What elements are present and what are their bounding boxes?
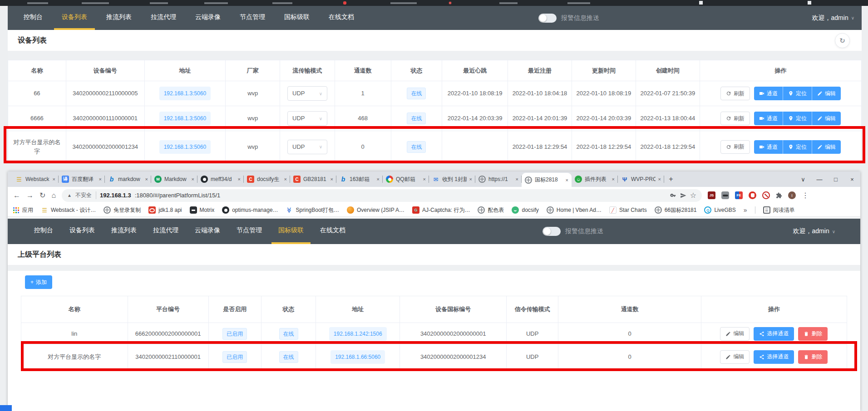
bookmark-item[interactable]: optimus-manage… xyxy=(222,206,278,214)
browser-tab[interactable]: Webstack× xyxy=(12,171,59,187)
close-tab-icon[interactable]: × xyxy=(658,176,661,182)
bookmark-item[interactable]: Webstack - 设计… xyxy=(41,206,96,214)
nav-item-node-manage[interactable]: 节点管理 xyxy=(232,6,273,30)
reload-icon[interactable]: ↻ xyxy=(39,191,45,200)
edit-button[interactable]: 编辑 xyxy=(812,112,841,125)
bookmark-apps[interactable]: 应用 xyxy=(12,206,33,214)
nav-item-push-list[interactable]: 推流列表 xyxy=(99,6,139,30)
nav-item-online-doc[interactable]: 在线文档 xyxy=(313,219,352,244)
password-key-icon[interactable] xyxy=(670,192,676,199)
user-menu[interactable]: 欢迎，admin ∨ xyxy=(793,219,835,244)
bookmark-item[interactable]: LiveGBS xyxy=(704,206,735,214)
bookmark-item[interactable]: Overview (JSIP A… xyxy=(347,206,404,214)
locate-button[interactable]: 定位 xyxy=(783,112,812,125)
locate-button[interactable]: 定位 xyxy=(783,140,812,154)
nav-item-pull-proxy[interactable]: 拉流代理 xyxy=(143,6,184,30)
alarm-push-toggle[interactable] xyxy=(538,14,557,23)
nav-item-gb-cascade[interactable]: 国标级联 xyxy=(276,6,317,30)
forward-icon[interactable]: → xyxy=(26,191,34,200)
bookmark-item[interactable]: jdk1.8 api xyxy=(148,206,182,214)
browser-tab[interactable]: meff34/d× xyxy=(197,171,244,187)
browser-tab[interactable]: Markdow× xyxy=(151,171,197,187)
home-icon[interactable]: ⌂ xyxy=(51,191,56,200)
browser-tab[interactable]: docsify生× xyxy=(244,171,290,187)
refresh-device-button[interactable]: 刷新 xyxy=(720,112,750,125)
bookmarks-overflow-icon[interactable]: » xyxy=(744,206,747,214)
close-tab-icon[interactable]: × xyxy=(566,177,568,183)
nav-item-console[interactable]: 控制台 xyxy=(27,219,60,244)
browser-tab[interactable]: 收到 1封新× xyxy=(429,171,475,187)
select-channel-button[interactable]: 选择通道 xyxy=(754,327,794,341)
bookmark-item[interactable]: Star Charts xyxy=(609,206,647,214)
nav-item-node-manage[interactable]: 节点管理 xyxy=(230,219,269,244)
new-tab-button[interactable]: + xyxy=(664,171,678,187)
refresh-device-button[interactable]: 刷新 xyxy=(720,140,750,154)
address-link[interactable]: 192.168.1.3:5060 xyxy=(159,112,211,125)
nav-item-cloud-record[interactable]: 云端录像 xyxy=(187,6,228,30)
delete-button[interactable]: 删除 xyxy=(798,327,828,341)
close-tab-icon[interactable]: × xyxy=(145,176,148,182)
close-tab-icon[interactable]: × xyxy=(516,176,518,182)
refresh-device-button[interactable]: 刷新 xyxy=(720,87,750,100)
nav-item-cloud-record[interactable]: 云端录像 xyxy=(188,219,227,244)
security-label[interactable]: 不安全 xyxy=(75,191,96,199)
stream-mode-select[interactable]: UDP∨ xyxy=(287,86,327,101)
bookmark-item[interactable]: AJ-Captcha: 行为… xyxy=(412,206,470,214)
bookmark-item[interactable]: 配色表 xyxy=(478,206,504,214)
minimize-button[interactable]: — xyxy=(811,176,828,183)
channel-button[interactable]: 通道 xyxy=(754,87,783,100)
nav-item-push-list[interactable]: 推流列表 xyxy=(104,219,143,244)
close-tab-icon[interactable]: × xyxy=(377,176,380,182)
edit-button[interactable]: 编辑 xyxy=(812,140,841,154)
channel-button[interactable]: 通道 xyxy=(754,140,783,154)
nav-item-console[interactable]: 控制台 xyxy=(16,6,50,30)
address-bar[interactable]: ▲ 不安全 192.168.1.3:18080/#/parentPlatform… xyxy=(62,189,702,202)
nav-item-online-doc[interactable]: 在线文档 xyxy=(321,6,362,30)
address-link[interactable]: 192.168.1.66:5060 xyxy=(330,350,385,364)
nav-item-gb-cascade[interactable]: 国标级联 xyxy=(271,219,311,244)
profile-avatar[interactable] xyxy=(788,191,796,199)
bookmark-item[interactable]: Home | Vben Ad… xyxy=(547,206,602,214)
nav-item-device-list[interactable]: 设备列表 xyxy=(54,6,95,30)
stream-mode-select[interactable]: UDP∨ xyxy=(287,140,327,154)
extensions-puzzle-icon[interactable] xyxy=(776,192,782,199)
close-tab-icon[interactable]: × xyxy=(330,176,333,182)
close-tab-icon[interactable]: × xyxy=(53,176,55,182)
browser-tab[interactable]: GB28181× xyxy=(290,171,336,187)
locate-button[interactable]: 定位 xyxy=(783,87,812,100)
browser-tab[interactable]: 插件列表× xyxy=(572,171,618,187)
stream-mode-select[interactable]: UDP∨ xyxy=(287,111,327,126)
fehelper-extension-icon[interactable] xyxy=(735,191,743,199)
close-tab-icon[interactable]: × xyxy=(284,176,287,182)
send-to-device-icon[interactable] xyxy=(680,192,686,199)
close-tab-icon[interactable]: × xyxy=(423,176,426,182)
close-tab-icon[interactable]: × xyxy=(192,176,194,182)
browser-tab[interactable]: 163邮箱× xyxy=(336,171,383,187)
bookmark-item[interactable]: docsify xyxy=(512,206,538,214)
edit-button[interactable]: 编辑 xyxy=(720,350,750,364)
back-icon[interactable]: ← xyxy=(13,191,20,200)
browser-tab[interactable]: markdow× xyxy=(105,171,151,187)
bookmark-item[interactable]: SpringBoot打包… xyxy=(286,206,339,214)
address-link[interactable]: 192.168.1.242:1506 xyxy=(329,327,387,341)
browser-tab[interactable]: QQ邮箱× xyxy=(383,171,429,187)
adblock-extension-icon[interactable] xyxy=(749,191,756,199)
tab-search-icon[interactable]: ∨ xyxy=(795,176,811,183)
edit-button[interactable]: 编辑 xyxy=(720,327,750,341)
browser-tab[interactable]: 百度翻译× xyxy=(59,171,105,187)
bookmark-item[interactable]: Motrix xyxy=(190,206,215,214)
close-tab-icon[interactable]: × xyxy=(469,176,472,182)
bookmark-item[interactable]: 免登录复制 xyxy=(104,206,141,214)
address-link[interactable]: 192.168.1.3:5060 xyxy=(159,140,211,154)
alarm-push-toggle[interactable] xyxy=(542,227,561,236)
spy-extension-icon[interactable] xyxy=(721,191,729,199)
delete-button[interactable]: 删除 xyxy=(798,350,828,364)
select-channel-button[interactable]: 选择通道 xyxy=(754,350,794,364)
blocker-extension-icon[interactable] xyxy=(762,191,770,199)
edit-button[interactable]: 编辑 xyxy=(812,87,841,100)
js-extension-icon[interactable] xyxy=(708,191,715,199)
user-menu[interactable]: 欢迎，admin ∨ xyxy=(812,6,854,30)
browser-menu-icon[interactable]: ⋮ xyxy=(802,191,809,200)
close-tab-icon[interactable]: × xyxy=(238,176,241,182)
browser-tab[interactable]: https://1× xyxy=(475,171,522,187)
